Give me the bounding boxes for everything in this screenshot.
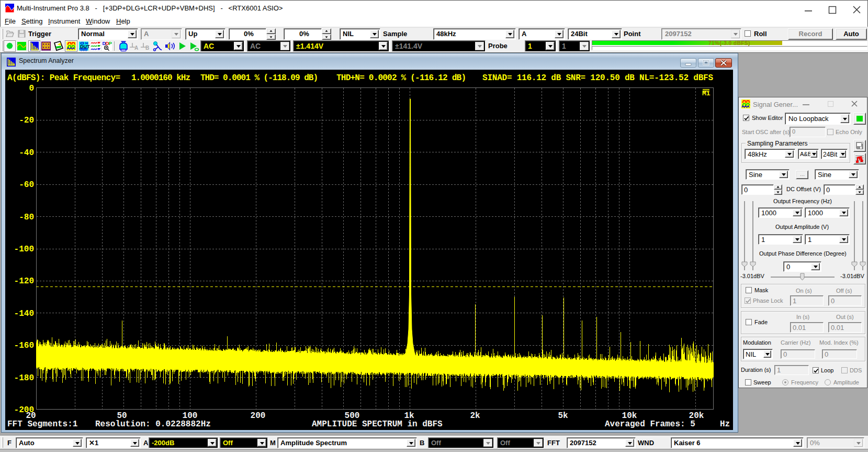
svg-text:P: P xyxy=(109,40,112,46)
svg-text:-80: -80 xyxy=(19,213,34,222)
svg-text:A(dBFS): Peak Frequency=: A(dBFS): Peak Frequency= xyxy=(7,73,120,83)
svg-text:-100: -100 xyxy=(14,245,34,254)
svg-text:5k: 5k xyxy=(558,411,568,421)
svg-text:THD+N= 0.0002 % (-116.12 dB): THD+N= 0.0002 % (-116.12 dB) xyxy=(336,73,466,83)
svg-text:FFT Segments:1: FFT Segments:1 xyxy=(7,420,77,429)
svg-text:Resolution: 0.0228882Hz: Resolution: 0.0228882Hz xyxy=(95,420,211,429)
svg-text:Hz: Hz xyxy=(720,420,730,429)
svg-text:Averaged Frames: 5: Averaged Frames: 5 xyxy=(605,420,695,429)
svg-text:2k: 2k xyxy=(470,411,480,421)
svg-text:A: A xyxy=(134,45,138,51)
svg-text:-40: -40 xyxy=(19,148,34,158)
svg-text:THD= 0.0001 % (-118.09 dB): THD= 0.0001 % (-118.09 dB) xyxy=(200,73,318,83)
svg-text:-180: -180 xyxy=(14,373,34,383)
svg-text:200: 200 xyxy=(251,411,266,421)
svg-text:AMPLITUDE SPECTRUM in dBFS: AMPLITUDE SPECTRUM in dBFS xyxy=(312,420,443,429)
svg-text:-60: -60 xyxy=(19,180,34,190)
svg-text:-140: -140 xyxy=(14,309,34,318)
svg-text:1.0000160 kHz: 1.0000160 kHz xyxy=(131,73,190,83)
svg-text:0: 0 xyxy=(29,84,34,93)
svg-text:-160: -160 xyxy=(14,341,34,350)
svg-text:-120: -120 xyxy=(14,277,34,286)
svg-text:B: B xyxy=(145,45,149,51)
svg-text:-20: -20 xyxy=(19,116,34,125)
svg-text:SINAD= 116.12 dB SNR= 120.50: SINAD= 116.12 dB SNR= 120.50 dB NL=-123.… xyxy=(482,73,713,83)
svg-text:DUT: DUT xyxy=(80,44,90,49)
